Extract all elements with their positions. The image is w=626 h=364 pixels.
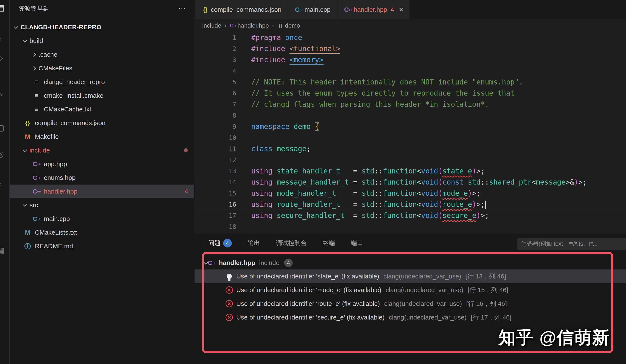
tree-item-build[interactable]: build	[10, 34, 194, 48]
line-number[interactable]: 18	[195, 221, 236, 232]
problems-filter-input[interactable]	[517, 238, 626, 250]
line-number[interactable]: 13	[195, 165, 236, 177]
line-number[interactable]: 16	[195, 199, 236, 210]
code-line[interactable]: 13using state_handler_t = std::function<…	[195, 165, 626, 177]
problem-row[interactable]: ×Use of undeclared identifier 'route_e' …	[195, 297, 626, 311]
code-line[interactable]: 10	[195, 132, 626, 143]
code-line[interactable]: 6// It uses the enum types directly to r…	[195, 88, 626, 99]
files-icon[interactable]: ▤	[0, 3, 4, 12]
panel-tab-label: 输出	[248, 239, 260, 247]
code-line[interactable]: 17using secure_handler_t = std::function…	[195, 210, 626, 221]
code-line[interactable]: 16using route_handler_t = std::function<…	[195, 199, 626, 210]
breadcrumb-item-handler-hpp[interactable]: C++handler.hpp	[229, 22, 269, 29]
panel-tab-label: 调试控制台	[276, 239, 307, 247]
extensions-icon[interactable]: ▢	[0, 123, 4, 132]
tree-item-label: cmake_install.cmake	[44, 92, 103, 99]
problem-row[interactable]: Use of undeclared identifier 'state_e' (…	[195, 270, 626, 283]
panel-tab-debug-console[interactable]: 调试控制台	[276, 239, 307, 247]
line-number[interactable]: 17	[195, 210, 236, 221]
problems-file-group[interactable]: C++handler.hppinclude4	[195, 256, 626, 270]
breadcrumb-item-include[interactable]: include	[202, 22, 221, 29]
tree-item-compile-commands-json[interactable]: {}compile_commands.json	[10, 116, 194, 130]
tree-item-main-cpp[interactable]: C++main.cpp	[10, 212, 194, 226]
problem-message: Use of undeclared identifier 'secure_e' …	[236, 314, 385, 321]
testing-icon[interactable]: ×	[0, 180, 1, 189]
more-actions-icon[interactable]: ⋯	[178, 4, 186, 13]
code-line[interactable]: 5// NOTE: This header intentionally does…	[195, 77, 626, 88]
tab-compile-commands-json[interactable]: {}compile_commands.json	[195, 0, 288, 19]
tree-item-label: CLANGD-HEADER-REPRO	[21, 24, 101, 31]
line-number[interactable]: 3	[195, 54, 236, 65]
code-line[interactable]: 15using mode_handler_t = std::function<v…	[195, 188, 626, 199]
tree-item-clangd-header-repro[interactable]: ≡clangd_header_repro	[10, 75, 194, 89]
line-number[interactable]: 9	[195, 121, 236, 132]
generic-file-icon: ≡	[32, 91, 41, 100]
breadcrumb: include›C++handler.hpp›{}demo	[195, 19, 626, 32]
panel-tab-terminal[interactable]: 终端	[323, 239, 335, 247]
lightbulb-icon	[227, 274, 232, 279]
line-number[interactable]: 15	[195, 188, 236, 199]
code-line[interactable]: 2#include <functional>	[195, 43, 626, 54]
code-line[interactable]: 9namespace demo {	[195, 121, 626, 132]
code-line[interactable]: 4	[195, 65, 626, 77]
code-line[interactable]: 11class message;	[195, 143, 626, 154]
line-number[interactable]: 11	[195, 143, 236, 154]
code-line[interactable]: 14using message_handler_t = std::functio…	[195, 177, 626, 188]
panel-tab-problems[interactable]: 问题4	[208, 239, 232, 247]
tree-item-cmake-install-cmake[interactable]: ≡cmake_install.cmake	[10, 89, 194, 102]
json-file-icon: {}	[23, 119, 32, 127]
tree-item-cmakefiles[interactable]: CMakeFiles	[10, 61, 194, 75]
panel-tab-output[interactable]: 输出	[248, 239, 260, 247]
panel-tab-ports[interactable]: 端口	[351, 239, 363, 247]
tab-label: main.cpp	[305, 6, 331, 13]
problem-row[interactable]: ×Use of undeclared identifier 'secure_e'…	[195, 311, 626, 324]
code-line[interactable]: 7// clangd flags when parsing this heade…	[195, 99, 626, 110]
search-icon[interactable]: ○	[0, 34, 2, 43]
tree-item-include[interactable]: include	[10, 144, 194, 157]
tree-item-label: CMakeCache.txt	[44, 106, 91, 113]
breadcrumb-item-demo[interactable]: {}demo	[277, 22, 300, 29]
tree-item-label: build	[30, 37, 43, 44]
source-control-icon[interactable]: ◇	[0, 53, 3, 62]
custom-view-icon[interactable]: ▦	[0, 245, 4, 255]
problems-count-badge: 4	[223, 239, 232, 247]
tree-item-src[interactable]: src	[10, 198, 194, 212]
tab-main-cpp[interactable]: C++main.cpp	[288, 0, 337, 19]
code-line[interactable]: 18	[195, 221, 626, 232]
line-number[interactable]: 4	[195, 65, 236, 77]
code-editor[interactable]: 1#pragma once2#include <functional>3#inc…	[195, 32, 626, 234]
line-number[interactable]: 6	[195, 88, 236, 99]
code-line[interactable]: 8	[195, 110, 626, 121]
line-number[interactable]: 14	[195, 177, 236, 188]
close-icon[interactable]: ×	[399, 6, 403, 13]
editor-tab-bar: {}compile_commands.jsonC++main.cppC++han…	[195, 0, 626, 19]
error-icon: ×	[226, 286, 233, 294]
line-number[interactable]: 5	[195, 77, 236, 88]
remote-explorer-icon[interactable]: ◎	[0, 149, 4, 159]
code-line[interactable]: 3#include <memory>	[195, 54, 626, 65]
tree-item-clangd-header-repro[interactable]: CLANGD-HEADER-REPRO	[10, 20, 194, 34]
line-number[interactable]: 2	[195, 43, 236, 54]
code-line[interactable]: 1#pragma once	[195, 32, 626, 43]
run-and-debug-icon[interactable]: ▷	[0, 89, 3, 99]
tree-item-cache[interactable]: .cache	[10, 48, 194, 61]
code-line-content: // NOTE: This header intentionally does …	[251, 77, 523, 88]
tree-item-enums-hpp[interactable]: C++enums.hpp	[10, 171, 194, 185]
tree-item-cmakelists-txt[interactable]: MCMakeLists.txt	[10, 226, 194, 239]
tree-item-cmakecache-txt[interactable]: ≡CMakeCache.txt	[10, 102, 194, 116]
line-number[interactable]: 7	[195, 99, 236, 110]
tree-item-readme-md[interactable]: iREADME.md	[10, 239, 194, 253]
line-number[interactable]: 1	[195, 32, 236, 43]
tree-item-app-hpp[interactable]: C++app.hpp	[10, 157, 194, 171]
problem-location: [行 17，列 46]	[471, 313, 511, 322]
code-line[interactable]: 12	[195, 154, 626, 165]
tree-item-handler-hpp[interactable]: C++handler.hpp4	[10, 185, 194, 198]
tree-item-label: main.cpp	[44, 215, 70, 222]
line-number[interactable]: 10	[195, 132, 236, 143]
tab-handler-hpp[interactable]: C++handler.hpp4×	[337, 0, 410, 19]
chevron-right-icon	[32, 66, 36, 70]
line-number[interactable]: 12	[195, 154, 236, 165]
problem-row[interactable]: ×Use of undeclared identifier 'mode_e' (…	[195, 283, 626, 297]
tree-item-makefile[interactable]: MMakefile	[10, 130, 194, 144]
line-number[interactable]: 8	[195, 110, 236, 121]
